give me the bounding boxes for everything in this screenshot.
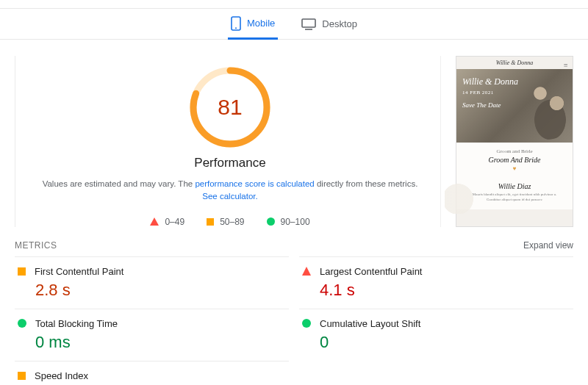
desktop-icon xyxy=(301,18,316,30)
tab-mobile-label: Mobile xyxy=(247,18,275,29)
performance-panel: 81 Performance Values are estimated and … xyxy=(30,56,441,227)
tab-desktop-label: Desktop xyxy=(322,18,357,29)
legend-avg: 50–89 xyxy=(207,217,244,227)
metric-lcp: Largest Contentful Paint 4.1 s xyxy=(299,256,573,309)
metric-si: Speed Index 3.5 s xyxy=(15,361,289,386)
metric-name: Largest Contentful Paint xyxy=(320,266,422,277)
metrics-grid: First Contentful Paint 2.8 s Largest Con… xyxy=(0,256,588,386)
triangle-icon xyxy=(302,267,311,276)
note-text-2: directly from these metrics. xyxy=(315,179,418,188)
preview-section-label: Groom and Bride xyxy=(461,148,568,154)
device-tabs: Mobile Desktop xyxy=(0,9,588,40)
metric-value: 0 xyxy=(320,333,570,352)
legend-avg-label: 50–89 xyxy=(220,217,244,227)
legend-pass-label: 90–100 xyxy=(281,217,310,227)
metric-name: First Contentful Paint xyxy=(35,266,123,277)
preview-header: Willie & Donna ≡ xyxy=(456,57,573,69)
note-text-1: Values are estimated and may vary. The xyxy=(43,179,196,188)
content-row: 81 Performance Values are estimated and … xyxy=(0,40,588,227)
square-icon xyxy=(18,267,26,276)
tab-desktop[interactable]: Desktop xyxy=(298,9,360,39)
preview-hero: Willie & Donna 14 FEB 2021 Save The Date xyxy=(456,69,573,143)
perf-score-link[interactable]: performance score is calculated xyxy=(195,179,314,188)
square-icon xyxy=(207,218,214,226)
score-legend: 0–49 50–89 90–100 xyxy=(30,217,430,227)
metric-name: Cumulative Layout Shift xyxy=(320,318,420,329)
performance-gauge: 81 xyxy=(186,63,274,151)
circle-icon xyxy=(267,217,275,226)
metric-value: 0 ms xyxy=(35,333,286,352)
legend-pass: 90–100 xyxy=(267,217,310,227)
metric-name: Speed Index xyxy=(35,370,88,381)
circle-icon xyxy=(18,319,26,328)
preview-couple-image xyxy=(514,73,573,140)
triangle-icon xyxy=(150,217,159,226)
legend-fail-label: 0–49 xyxy=(165,217,184,227)
svg-rect-2 xyxy=(302,19,315,27)
svg-point-1 xyxy=(235,27,237,29)
performance-score: 81 xyxy=(186,63,274,151)
performance-note: Values are estimated and may vary. The p… xyxy=(30,178,430,204)
metric-tbt: Total Blocking Time 0 ms xyxy=(15,309,289,361)
mobile-icon xyxy=(231,16,241,31)
preview-brand: Willie & Donna xyxy=(496,60,534,66)
preview-body: Groom and Bride Groom And Bride ♥ Willie… xyxy=(456,143,573,209)
menu-icon: ≡ xyxy=(563,61,568,69)
performance-title: Performance xyxy=(30,156,430,170)
metric-value: 4.1 s xyxy=(320,281,570,300)
metrics-header: METRICS Expand view xyxy=(0,227,588,256)
metric-name: Total Blocking Time xyxy=(35,318,118,329)
preview-section-title: Groom And Bride xyxy=(461,156,568,164)
top-filler xyxy=(0,0,588,9)
metric-cls: Cumulative Layout Shift 0 xyxy=(299,309,573,361)
legend-fail: 0–49 xyxy=(150,217,184,227)
expand-view-link[interactable]: Expand view xyxy=(523,240,573,251)
performance-wrap: 81 Performance Values are estimated and … xyxy=(30,56,573,227)
metrics-title: METRICS xyxy=(15,240,57,251)
metric-value: 2.8 s xyxy=(35,281,286,300)
left-column: 81 Performance Values are estimated and … xyxy=(15,56,573,227)
circle-icon xyxy=(302,319,311,328)
leaf-decoration xyxy=(445,177,489,214)
see-calculator-link[interactable]: See calculator. xyxy=(202,192,257,201)
tab-mobile[interactable]: Mobile xyxy=(228,10,278,40)
square-icon xyxy=(18,372,26,380)
page-preview: Willie & Donna ≡ Willie & Donna 14 FEB 2… xyxy=(456,56,573,227)
metric-fcp: First Contentful Paint 2.8 s xyxy=(15,256,289,309)
heart-icon: ♥ xyxy=(461,165,568,172)
